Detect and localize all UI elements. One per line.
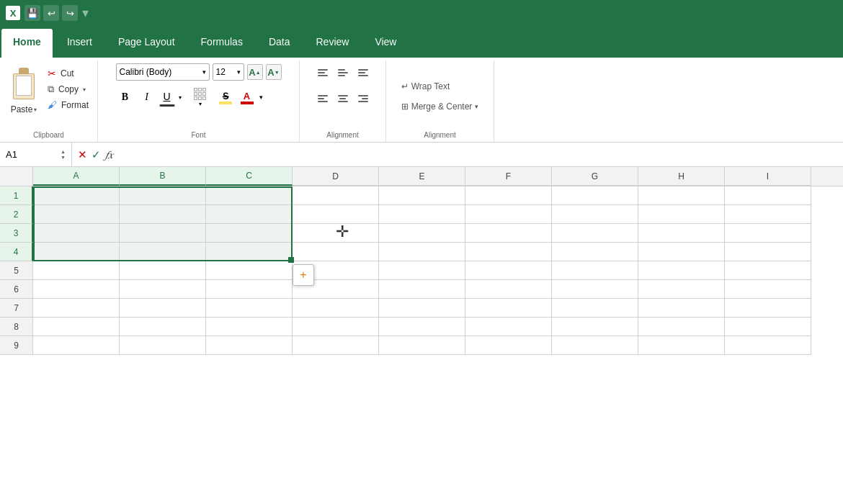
highlight-color-button[interactable]: S̶ — [216, 89, 235, 106]
header-corner[interactable] — [0, 167, 33, 186]
font-shrink-button[interactable]: A▼ — [266, 64, 282, 80]
font-name-dropdown[interactable]: ▾ — [202, 68, 206, 76]
cell-D9[interactable] — [293, 336, 379, 355]
cell-H2[interactable] — [638, 205, 725, 224]
save-button[interactable]: 💾 — [24, 5, 40, 21]
cell-H4[interactable] — [638, 243, 725, 261]
cell-A1[interactable] — [33, 186, 120, 205]
align-top-button[interactable] — [313, 63, 332, 82]
cell-B5[interactable] — [120, 261, 206, 280]
cell-I2[interactable] — [725, 205, 811, 224]
cell-G2[interactable] — [552, 205, 638, 224]
fill-options-popup[interactable]: + — [293, 264, 314, 286]
font-size-select[interactable]: 12 ▾ — [213, 63, 244, 81]
cell-F7[interactable] — [465, 299, 552, 318]
cell-C9[interactable] — [206, 336, 293, 355]
cell-F5[interactable] — [465, 261, 552, 280]
cell-D8[interactable] — [293, 318, 379, 336]
formula-input[interactable] — [119, 143, 843, 166]
cell-C7[interactable] — [206, 299, 293, 318]
cell-C8[interactable] — [206, 318, 293, 336]
cut-button[interactable]: ✂ Cut — [45, 66, 92, 81]
cell-E7[interactable] — [379, 299, 465, 318]
format-painter-button[interactable]: 🖌 Format — [45, 98, 92, 112]
font-name-select[interactable]: Calibri (Body) ▾ — [116, 63, 210, 81]
cell-I7[interactable] — [725, 299, 811, 318]
formula-confirm-button[interactable]: ✓ — [92, 148, 101, 161]
cell-H7[interactable] — [638, 299, 725, 318]
cell-G8[interactable] — [552, 318, 638, 336]
cell-A7[interactable] — [33, 299, 120, 318]
cell-F3[interactable] — [465, 224, 552, 243]
cell-A6[interactable] — [33, 280, 120, 299]
align-right-button[interactable] — [354, 89, 373, 108]
cell-E3[interactable] — [379, 224, 465, 243]
cell-H5[interactable] — [638, 261, 725, 280]
cell-C1[interactable] — [206, 186, 293, 205]
menu-page-layout[interactable]: Page Layout — [107, 29, 187, 55]
cell-B2[interactable] — [120, 205, 206, 224]
font-color-dropdown[interactable]: ▾ — [259, 94, 263, 101]
cell-E9[interactable] — [379, 336, 465, 355]
row-header-9[interactable]: 9 — [0, 336, 33, 355]
cell-H3[interactable] — [638, 224, 725, 243]
cell-F4[interactable] — [465, 243, 552, 261]
cell-I6[interactable] — [725, 280, 811, 299]
align-center-button[interactable] — [334, 89, 352, 108]
cell-F1[interactable] — [465, 186, 552, 205]
cell-A3[interactable] — [33, 224, 120, 243]
cell-E5[interactable] — [379, 261, 465, 280]
menu-formulas[interactable]: Formulas — [189, 29, 254, 55]
cell-I1[interactable] — [725, 186, 811, 205]
underline-button[interactable]: U — [159, 88, 175, 107]
cell-A8[interactable] — [33, 318, 120, 336]
cell-F8[interactable] — [465, 318, 552, 336]
row-header-6[interactable]: 6 — [0, 280, 33, 299]
cell-H9[interactable] — [638, 336, 725, 355]
italic-button[interactable]: I — [138, 88, 156, 107]
cell-C5[interactable] — [206, 261, 293, 280]
col-header-A[interactable]: A — [33, 167, 120, 186]
cell-A2[interactable] — [33, 205, 120, 224]
col-header-F[interactable]: F — [465, 167, 552, 186]
cell-A9[interactable] — [33, 336, 120, 355]
cell-G1[interactable] — [552, 186, 638, 205]
col-header-B[interactable]: B — [120, 167, 206, 186]
paste-dropdown-arrow[interactable]: ▾ — [34, 107, 37, 113]
cell-D2[interactable] — [293, 205, 379, 224]
cell-E8[interactable] — [379, 318, 465, 336]
cell-H6[interactable] — [638, 280, 725, 299]
cell-G3[interactable] — [552, 224, 638, 243]
cell-H1[interactable] — [638, 186, 725, 205]
menu-view[interactable]: View — [363, 29, 408, 55]
row-header-7[interactable]: 7 — [0, 299, 33, 318]
col-header-I[interactable]: I — [725, 167, 811, 186]
align-left-button[interactable] — [313, 89, 332, 108]
borders-button[interactable]: ▾ — [187, 88, 213, 107]
cell-G6[interactable] — [552, 280, 638, 299]
cell-D4[interactable] — [293, 243, 379, 261]
cell-E2[interactable] — [379, 205, 465, 224]
paste-button[interactable] — [6, 63, 42, 103]
row-header-4[interactable]: 4 — [0, 243, 33, 261]
cell-B3[interactable] — [120, 224, 206, 243]
cell-C6[interactable] — [206, 280, 293, 299]
font-size-dropdown[interactable]: ▾ — [237, 68, 241, 76]
merge-center-button[interactable]: ⊞ Merge & Center ▾ — [396, 99, 484, 114]
row-header-3[interactable]: 3 — [0, 224, 33, 243]
redo-button[interactable]: ↪ — [62, 5, 78, 21]
cell-I8[interactable] — [725, 318, 811, 336]
cell-D1[interactable] — [293, 186, 379, 205]
menu-review[interactable]: Review — [304, 29, 360, 55]
row-header-5[interactable]: 5 — [0, 261, 33, 280]
col-header-H[interactable]: H — [638, 167, 725, 186]
font-grow-button[interactable]: A▲ — [247, 64, 263, 80]
cell-G7[interactable] — [552, 299, 638, 318]
col-header-E[interactable]: E — [379, 167, 465, 186]
menu-insert[interactable]: Insert — [55, 29, 104, 55]
borders-dropdown[interactable]: ▾ — [199, 101, 202, 107]
cell-C3[interactable] — [206, 224, 293, 243]
row-header-8[interactable]: 8 — [0, 318, 33, 336]
menu-data[interactable]: Data — [257, 29, 302, 55]
cell-H8[interactable] — [638, 318, 725, 336]
